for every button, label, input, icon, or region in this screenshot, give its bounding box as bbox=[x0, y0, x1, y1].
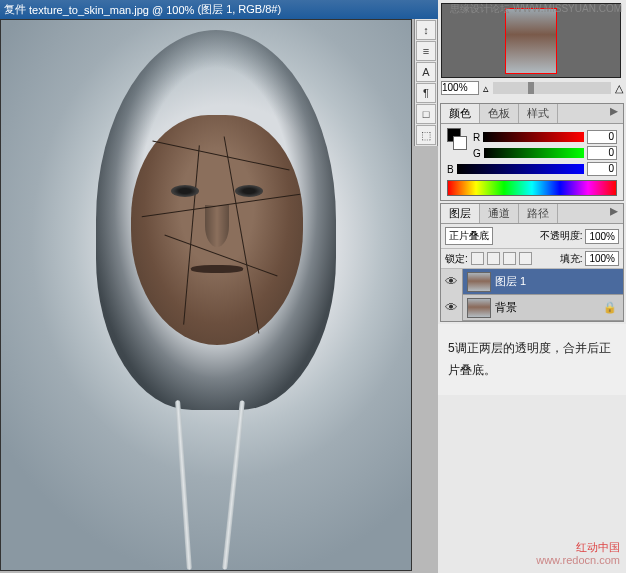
g-slider[interactable] bbox=[484, 148, 584, 158]
visibility-toggle-icon[interactable]: 👁 bbox=[441, 269, 463, 295]
explanation-text: 5调正两层的透明度，合并后正片叠底。 bbox=[438, 324, 626, 395]
visibility-toggle-icon[interactable]: 👁 bbox=[441, 295, 463, 321]
blend-mode-select[interactable]: 正片叠底 bbox=[445, 227, 493, 245]
image-content bbox=[1, 20, 411, 570]
title-layerinfo: (图层 1, RGB/8#) bbox=[197, 2, 281, 17]
watermark-line2: www.redocn.com bbox=[536, 554, 620, 567]
tab-paths[interactable]: 路径 bbox=[519, 204, 558, 223]
title-prefix: 复件 bbox=[4, 2, 26, 17]
tab-styles[interactable]: 样式 bbox=[519, 104, 558, 123]
watermark-bottom: 红动中国 www.redocn.com bbox=[536, 541, 620, 567]
color-spectrum[interactable] bbox=[447, 180, 617, 196]
fill-value[interactable]: 100% bbox=[585, 251, 619, 266]
navigator-zoom-slider[interactable] bbox=[493, 82, 611, 94]
layer-name[interactable]: 背景 bbox=[495, 300, 517, 315]
panels-column: 思缘设计论坛 WWW.MISSYUAN.COM 100% ▵ △ 颜色 色板 样… bbox=[438, 0, 626, 573]
lock-label: 锁定: bbox=[445, 252, 468, 266]
layer-list: 👁 图层 1 👁 背景 🔒 bbox=[441, 269, 623, 321]
vertical-toolbar: ↕ ≡ A ¶ □ ⬚ bbox=[414, 19, 438, 146]
layer-thumbnail[interactable] bbox=[467, 298, 491, 318]
title-filename: texture_to_skin_man.jpg bbox=[29, 4, 149, 16]
layers-panel-menu-icon[interactable]: ▸ bbox=[605, 204, 623, 223]
lock-pixels-icon[interactable] bbox=[487, 252, 500, 265]
background-color-swatch[interactable] bbox=[453, 136, 467, 150]
opacity-label: 不透明度: bbox=[540, 229, 583, 243]
tool-dashed-icon[interactable]: ⬚ bbox=[416, 125, 436, 145]
tab-layers[interactable]: 图层 bbox=[441, 204, 480, 223]
layers-panel: 图层 通道 路径 ▸ 正片叠底 不透明度: 100% 锁定: 填充: 100% … bbox=[440, 203, 624, 322]
lock-transparency-icon[interactable] bbox=[471, 252, 484, 265]
layer-row[interactable]: 👁 图层 1 bbox=[441, 269, 623, 295]
document-area bbox=[0, 19, 414, 573]
tool-paragraph-icon[interactable]: ¶ bbox=[416, 83, 436, 103]
layer-name[interactable]: 图层 1 bbox=[495, 274, 526, 289]
zoom-out-icon[interactable]: ▵ bbox=[483, 82, 489, 95]
lock-all-icon[interactable] bbox=[519, 252, 532, 265]
layer-row[interactable]: 👁 背景 🔒 bbox=[441, 295, 623, 321]
b-value[interactable]: 0 bbox=[587, 162, 617, 176]
tool-arrows-icon[interactable]: ↕ bbox=[416, 20, 436, 40]
lock-icon: 🔒 bbox=[603, 301, 617, 314]
tab-color[interactable]: 颜色 bbox=[441, 104, 480, 123]
watermark-line1: 红动中国 bbox=[536, 541, 620, 554]
r-value[interactable]: 0 bbox=[587, 130, 617, 144]
b-slider[interactable] bbox=[457, 164, 584, 174]
title-zoom: 100% bbox=[166, 4, 194, 16]
watermark-top: 思缘设计论坛 WWW.MISSYUAN.COM bbox=[450, 2, 622, 16]
navigator-thumbnail bbox=[505, 8, 557, 74]
layer-thumbnail[interactable] bbox=[467, 272, 491, 292]
zoom-in-icon[interactable]: △ bbox=[615, 82, 623, 95]
tool-type-icon[interactable]: A bbox=[416, 62, 436, 82]
navigator-zoom-value[interactable]: 100% bbox=[441, 81, 479, 95]
tool-menu-icon[interactable]: ≡ bbox=[416, 41, 436, 61]
b-label: B bbox=[447, 164, 454, 175]
tool-rect-icon[interactable]: □ bbox=[416, 104, 436, 124]
r-label: R bbox=[473, 132, 480, 143]
r-slider[interactable] bbox=[483, 132, 584, 142]
g-label: G bbox=[473, 148, 481, 159]
g-value[interactable]: 0 bbox=[587, 146, 617, 160]
color-panel: 颜色 色板 样式 ▸ R 0 G 0 B 0 bbox=[440, 103, 624, 201]
tab-channels[interactable]: 通道 bbox=[480, 204, 519, 223]
panel-menu-icon[interactable]: ▸ bbox=[605, 104, 623, 123]
fill-label: 填充: bbox=[560, 252, 583, 266]
opacity-value[interactable]: 100% bbox=[585, 229, 619, 244]
tab-swatches[interactable]: 色板 bbox=[480, 104, 519, 123]
canvas[interactable] bbox=[0, 19, 412, 571]
lock-position-icon[interactable] bbox=[503, 252, 516, 265]
